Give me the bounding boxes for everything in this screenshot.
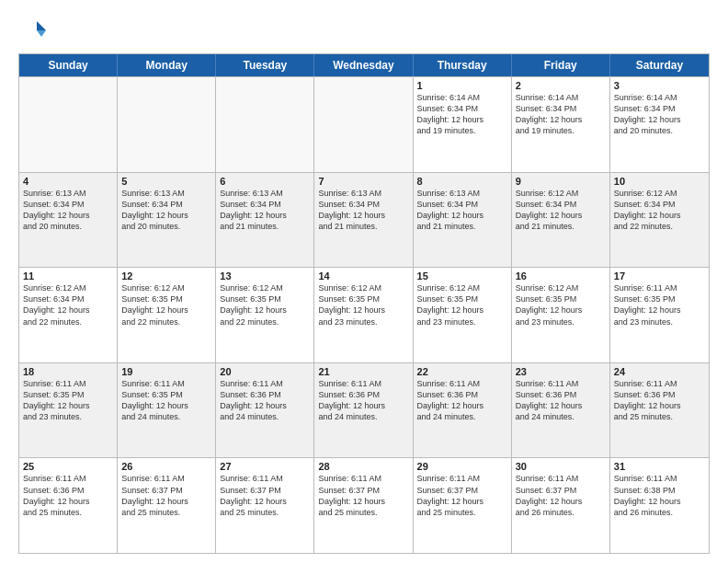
calendar-cell: 13Sunrise: 6:12 AM Sunset: 6:35 PM Dayli… (216, 268, 314, 362)
cell-info: Sunrise: 6:13 AM Sunset: 6:34 PM Dayligh… (23, 188, 113, 233)
calendar-header: SundayMondayTuesdayWednesdayThursdayFrid… (19, 54, 709, 76)
cell-date: 15 (417, 270, 507, 282)
cell-date: 14 (318, 270, 408, 282)
day-header-saturday: Saturday (610, 54, 709, 76)
cell-info: Sunrise: 6:11 AM Sunset: 6:37 PM Dayligh… (417, 473, 507, 518)
calendar-cell: 4Sunrise: 6:13 AM Sunset: 6:34 PM Daylig… (19, 173, 118, 268)
cell-date: 24 (614, 366, 705, 377)
cell-info: Sunrise: 6:11 AM Sunset: 6:36 PM Dayligh… (614, 378, 705, 423)
calendar-cell: 19Sunrise: 6:11 AM Sunset: 6:35 PM Dayli… (118, 363, 216, 458)
cell-info: Sunrise: 6:13 AM Sunset: 6:34 PM Dayligh… (417, 188, 507, 233)
cell-info: Sunrise: 6:11 AM Sunset: 6:35 PM Dayligh… (614, 282, 705, 327)
cell-info: Sunrise: 6:13 AM Sunset: 6:34 PM Dayligh… (121, 188, 211, 233)
cell-info: Sunrise: 6:11 AM Sunset: 6:37 PM Dayligh… (121, 473, 211, 518)
cell-date: 16 (516, 270, 606, 282)
cell-date: 10 (614, 176, 705, 187)
calendar-cell: 12Sunrise: 6:12 AM Sunset: 6:35 PM Dayli… (118, 268, 216, 362)
cell-date: 9 (516, 176, 606, 187)
calendar-cell: 7Sunrise: 6:13 AM Sunset: 6:34 PM Daylig… (314, 173, 413, 268)
cell-date: 21 (318, 366, 408, 377)
calendar-cell: 6Sunrise: 6:13 AM Sunset: 6:34 PM Daylig… (216, 173, 314, 268)
logo (18, 17, 50, 44)
cell-date: 3 (614, 80, 705, 91)
day-header-sunday: Sunday (19, 54, 118, 76)
cell-info: Sunrise: 6:11 AM Sunset: 6:37 PM Dayligh… (318, 473, 408, 518)
cell-info: Sunrise: 6:11 AM Sunset: 6:37 PM Dayligh… (516, 473, 606, 518)
calendar-cell (314, 77, 413, 172)
calendar-cell: 8Sunrise: 6:13 AM Sunset: 6:34 PM Daylig… (414, 173, 512, 268)
cell-info: Sunrise: 6:12 AM Sunset: 6:34 PM Dayligh… (23, 282, 113, 327)
header (18, 17, 710, 44)
calendar-cell: 31Sunrise: 6:11 AM Sunset: 6:38 PM Dayli… (610, 458, 709, 553)
calendar-body: 1Sunrise: 6:14 AM Sunset: 6:34 PM Daylig… (19, 76, 709, 553)
calendar-cell: 30Sunrise: 6:11 AM Sunset: 6:37 PM Dayli… (512, 458, 610, 553)
cell-info: Sunrise: 6:11 AM Sunset: 6:36 PM Dayligh… (23, 473, 113, 518)
cell-date: 25 (23, 461, 113, 472)
calendar-cell: 2Sunrise: 6:14 AM Sunset: 6:34 PM Daylig… (512, 77, 610, 172)
calendar-cell: 9Sunrise: 6:12 AM Sunset: 6:34 PM Daylig… (512, 173, 610, 268)
cell-date: 13 (220, 270, 310, 282)
calendar-cell: 3Sunrise: 6:14 AM Sunset: 6:34 PM Daylig… (610, 77, 709, 172)
cell-date: 31 (614, 461, 705, 472)
day-header-wednesday: Wednesday (314, 54, 413, 76)
cell-date: 26 (121, 461, 211, 472)
cell-date: 30 (516, 461, 606, 472)
cell-info: Sunrise: 6:12 AM Sunset: 6:35 PM Dayligh… (220, 282, 310, 327)
calendar-cell: 15Sunrise: 6:12 AM Sunset: 6:35 PM Dayli… (414, 268, 512, 362)
cell-date: 12 (121, 270, 211, 282)
cell-date: 2 (516, 80, 606, 91)
calendar-cell: 20Sunrise: 6:11 AM Sunset: 6:36 PM Dayli… (216, 363, 314, 458)
cell-info: Sunrise: 6:14 AM Sunset: 6:34 PM Dayligh… (516, 92, 606, 137)
cell-date: 8 (417, 176, 507, 187)
svg-marker-0 (37, 21, 46, 30)
cell-info: Sunrise: 6:12 AM Sunset: 6:35 PM Dayligh… (417, 282, 507, 327)
cell-info: Sunrise: 6:11 AM Sunset: 6:38 PM Dayligh… (614, 473, 705, 518)
calendar-cell: 28Sunrise: 6:11 AM Sunset: 6:37 PM Dayli… (314, 458, 413, 553)
logo-icon (18, 17, 46, 44)
calendar-cell: 25Sunrise: 6:11 AM Sunset: 6:36 PM Dayli… (19, 458, 118, 553)
cell-date: 5 (121, 176, 211, 187)
cell-date: 18 (23, 366, 113, 377)
day-header-thursday: Thursday (414, 54, 512, 76)
calendar-cell: 11Sunrise: 6:12 AM Sunset: 6:34 PM Dayli… (19, 268, 118, 362)
cell-info: Sunrise: 6:12 AM Sunset: 6:34 PM Dayligh… (614, 188, 705, 233)
cell-info: Sunrise: 6:12 AM Sunset: 6:35 PM Dayligh… (318, 282, 408, 327)
page: SundayMondayTuesdayWednesdayThursdayFrid… (0, 0, 728, 563)
cell-info: Sunrise: 6:13 AM Sunset: 6:34 PM Dayligh… (220, 188, 310, 233)
calendar: SundayMondayTuesdayWednesdayThursdayFrid… (18, 53, 710, 554)
cell-date: 7 (318, 176, 408, 187)
cell-info: Sunrise: 6:11 AM Sunset: 6:35 PM Dayligh… (23, 378, 113, 423)
calendar-row-1: 4Sunrise: 6:13 AM Sunset: 6:34 PM Daylig… (19, 172, 709, 268)
cell-date: 6 (220, 176, 310, 187)
calendar-cell: 1Sunrise: 6:14 AM Sunset: 6:34 PM Daylig… (414, 77, 512, 172)
calendar-cell: 17Sunrise: 6:11 AM Sunset: 6:35 PM Dayli… (610, 268, 709, 362)
calendar-cell: 29Sunrise: 6:11 AM Sunset: 6:37 PM Dayli… (414, 458, 512, 553)
calendar-cell: 24Sunrise: 6:11 AM Sunset: 6:36 PM Dayli… (610, 363, 709, 458)
cell-date: 17 (614, 270, 705, 282)
calendar-cell: 26Sunrise: 6:11 AM Sunset: 6:37 PM Dayli… (118, 458, 216, 553)
svg-marker-1 (37, 30, 46, 37)
cell-info: Sunrise: 6:12 AM Sunset: 6:35 PM Dayligh… (121, 282, 211, 327)
calendar-cell: 27Sunrise: 6:11 AM Sunset: 6:37 PM Dayli… (216, 458, 314, 553)
day-header-monday: Monday (118, 54, 216, 76)
cell-info: Sunrise: 6:11 AM Sunset: 6:36 PM Dayligh… (220, 378, 310, 423)
calendar-cell: 21Sunrise: 6:11 AM Sunset: 6:36 PM Dayli… (314, 363, 413, 458)
calendar-cell: 18Sunrise: 6:11 AM Sunset: 6:35 PM Dayli… (19, 363, 118, 458)
cell-date: 23 (516, 366, 606, 377)
cell-info: Sunrise: 6:11 AM Sunset: 6:36 PM Dayligh… (417, 378, 507, 423)
calendar-cell (216, 77, 314, 172)
calendar-row-2: 11Sunrise: 6:12 AM Sunset: 6:34 PM Dayli… (19, 267, 709, 362)
cell-date: 28 (318, 461, 408, 472)
cell-info: Sunrise: 6:11 AM Sunset: 6:36 PM Dayligh… (318, 378, 408, 423)
cell-date: 20 (220, 366, 310, 377)
cell-info: Sunrise: 6:13 AM Sunset: 6:34 PM Dayligh… (318, 188, 408, 233)
calendar-row-3: 18Sunrise: 6:11 AM Sunset: 6:35 PM Dayli… (19, 362, 709, 458)
day-header-friday: Friday (512, 54, 610, 76)
cell-date: 27 (220, 461, 310, 472)
cell-info: Sunrise: 6:12 AM Sunset: 6:34 PM Dayligh… (516, 188, 606, 233)
calendar-cell: 5Sunrise: 6:13 AM Sunset: 6:34 PM Daylig… (118, 173, 216, 268)
cell-date: 29 (417, 461, 507, 472)
calendar-cell: 10Sunrise: 6:12 AM Sunset: 6:34 PM Dayli… (610, 173, 709, 268)
cell-date: 4 (23, 176, 113, 187)
calendar-row-4: 25Sunrise: 6:11 AM Sunset: 6:36 PM Dayli… (19, 457, 709, 553)
